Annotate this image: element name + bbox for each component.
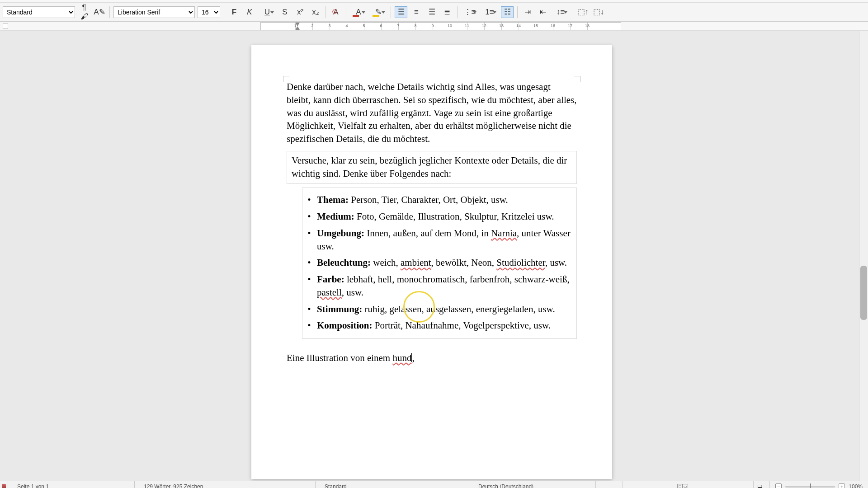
list-item-text[interactable]: Farbe: lebhaft, hell, monochromatisch, f… [317, 273, 572, 299]
align-center-button[interactable]: ≡ [410, 6, 423, 18]
status-wordcount[interactable]: 129 Wörter, 925 Zeichen [135, 481, 316, 488]
horizontal-ruler[interactable]: 123456789101112131415161718 [260, 22, 621, 30]
document-body[interactable]: Denke darüber nach, welche Details wicht… [287, 80, 577, 365]
example-post: , [412, 352, 414, 363]
ruler-label: 5 [363, 23, 365, 28]
ruler-label: 10 [448, 23, 452, 28]
subscript-button[interactable]: x₂ [309, 6, 322, 18]
increase-para-space-button[interactable]: ⬚↑ [577, 6, 590, 18]
strikethrough-button[interactable]: S [278, 6, 291, 18]
italic-button[interactable]: K [243, 6, 256, 18]
document-page[interactable]: Denke darüber nach, welche Details wicht… [251, 45, 612, 479]
decrease-para-space-button[interactable]: ⬚↓ [592, 6, 605, 18]
align-left-button[interactable]: ☰ [395, 6, 407, 18]
ruler-label: 15 [533, 23, 538, 28]
list-item-text[interactable]: Medium: Foto, Gemälde, Illustration, Sku… [317, 210, 572, 223]
vertical-scrollbar[interactable] [859, 31, 868, 481]
bullet-icon: • [307, 273, 311, 299]
status-style[interactable]: Standard [316, 481, 469, 488]
bullet-icon: • [307, 227, 311, 253]
ruler-label: 1 [294, 23, 296, 28]
status-signature[interactable]: □▭ [668, 481, 754, 488]
zoom-slider[interactable] [785, 486, 835, 488]
bullet-list-button[interactable]: ⋮≡ [461, 6, 478, 18]
ruler-label: 7 [397, 23, 399, 28]
ruler-row: 123456789101112131415161718 [0, 22, 868, 31]
bullet-icon: • [307, 256, 311, 269]
bold-button[interactable]: F [228, 6, 241, 18]
number-list-button[interactable]: 1≡ [481, 6, 498, 18]
increase-indent-button[interactable]: ⇥ [521, 6, 534, 18]
ruler-label: 14 [516, 23, 521, 28]
list-item[interactable]: •Beleuchtung: weich, ambient, bewölkt, N… [307, 254, 572, 271]
spellcheck-word[interactable]: Studiolichter [496, 257, 545, 268]
scrollbar-thumb[interactable] [860, 266, 867, 320]
zoom-value[interactable]: 100% [849, 483, 863, 488]
update-style-icon[interactable]: ¶🖌 [78, 6, 90, 18]
font-name-select[interactable]: Liberation Serif [113, 6, 195, 18]
list-item[interactable]: •Stimmung: ruhig, gelassen, ausgelassen,… [307, 301, 572, 318]
bulleted-list-box[interactable]: •Thema: Person, Tier, Charakter, Ort, Ob… [302, 188, 577, 339]
signature-icons: □▭ [677, 484, 688, 488]
list-item-text[interactable]: Komposition: Porträt, Nahaufnahme, Vogel… [317, 319, 572, 332]
superscript-button[interactable]: x² [294, 6, 307, 18]
spellcheck-word[interactable]: ambient [401, 257, 431, 268]
ruler-label: 17 [568, 23, 572, 28]
workspace: Denke darüber nach, welche Details wicht… [0, 31, 868, 481]
list-item[interactable]: •Medium: Foto, Gemälde, Illustration, Sk… [307, 208, 572, 225]
ruler-label: 6 [380, 23, 382, 28]
highlight-color-button[interactable]: ✎ [370, 6, 387, 18]
status-language[interactable]: Deutsch (Deutschland) [469, 481, 596, 488]
bullet-icon: • [307, 319, 311, 332]
list-item-label: Beleuchtung: [317, 257, 371, 268]
spellcheck-word[interactable]: Narnia [491, 228, 517, 239]
paragraph-style-select[interactable]: Standard [3, 6, 75, 18]
bullet-icon: • [307, 303, 311, 316]
bullet-icon: • [307, 210, 311, 223]
save-indicator-icon [2, 484, 6, 488]
list-item-label: Komposition: [317, 320, 373, 331]
ruler-label: 16 [551, 23, 555, 28]
highlight-swatch [373, 15, 379, 17]
spellcheck-word[interactable]: pastell [317, 287, 342, 298]
status-page[interactable]: Seite 1 von 1 [8, 481, 135, 488]
boxed-paragraph[interactable]: Versuche, klar zu sein, bezüglich jeglic… [287, 151, 577, 184]
status-selection-mode[interactable] [623, 481, 668, 488]
formatting-toolbar: Standard ¶🖌 A✎ Liberation Serif 16 pt F … [0, 3, 868, 22]
status-insert-mode[interactable] [596, 481, 623, 488]
list-item[interactable]: •Komposition: Porträt, Nahaufnahme, Voge… [307, 317, 572, 334]
underline-button[interactable]: U [259, 6, 276, 18]
clear-formatting-button[interactable]: A⦸ [330, 6, 342, 18]
list-item-label: Medium: [317, 211, 354, 222]
align-right-button[interactable]: ☰ [425, 6, 438, 18]
font-color-swatch [353, 15, 359, 17]
separator [573, 6, 573, 18]
font-color-button[interactable]: A [350, 6, 367, 18]
list-item-text[interactable]: Stimmung: ruhig, gelassen, ausgelassen, … [317, 303, 572, 316]
list-item-text[interactable]: Umgebung: Innen, außen, auf dem Mond, in… [317, 227, 572, 253]
line-spacing-button[interactable]: ↕≡ [552, 6, 569, 18]
zoom-in-button[interactable]: + [839, 483, 845, 488]
zoom-controls: − + 100% [770, 483, 868, 488]
ruler-label: 3 [328, 23, 330, 28]
list-item[interactable]: •Thema: Person, Tier, Charakter, Ort, Ob… [307, 192, 572, 208]
paragraph-intro[interactable]: Denke darüber nach, welche Details wicht… [287, 80, 577, 145]
list-item-text[interactable]: Thema: Person, Tier, Charakter, Ort, Obj… [317, 193, 572, 206]
example-line[interactable]: Eine Illustration von einem hund, [287, 352, 577, 365]
list-item-label: Stimmung: [317, 304, 362, 314]
list-item[interactable]: •Farbe: lebhaft, hell, monochromatisch, … [307, 271, 572, 301]
outline-list-button[interactable]: ☷ [501, 6, 514, 18]
new-style-icon[interactable]: A✎ [93, 6, 106, 18]
decrease-indent-button[interactable]: ⇤ [537, 6, 549, 18]
list-item-text[interactable]: Beleuchtung: weich, ambient, bewölkt, Ne… [317, 256, 572, 269]
zoom-out-button[interactable]: − [775, 483, 782, 488]
status-bar: Seite 1 von 1 129 Wörter, 925 Zeichen St… [0, 481, 868, 488]
ruler-label: 2 [311, 23, 313, 28]
font-size-select[interactable]: 16 pt [198, 6, 220, 18]
list-item[interactable]: •Umgebung: Innen, außen, auf dem Mond, i… [307, 225, 572, 255]
spellcheck-word-hund[interactable]: hund [392, 352, 411, 363]
align-justify-button[interactable]: ≣ [441, 6, 453, 18]
bullet-icon: • [307, 193, 311, 206]
zoom-slider-thumb[interactable] [810, 483, 811, 488]
view-layout-icon[interactable]: ⬓ [754, 481, 770, 488]
